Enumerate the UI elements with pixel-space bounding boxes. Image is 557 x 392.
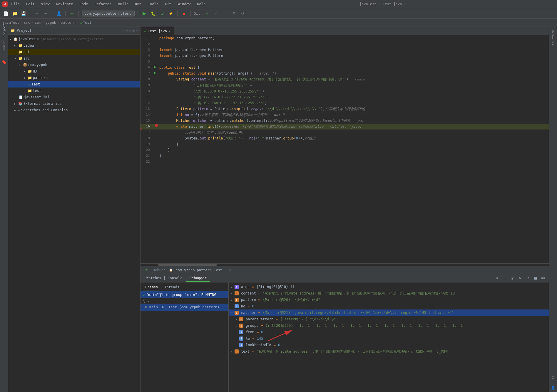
tree-item-scratches[interactable]: ▸ ✏ Scratches and Consoles <box>8 107 140 113</box>
debug-close-btn[interactable]: ✕ <box>226 267 233 273</box>
structure-label[interactable]: Structure <box>551 28 555 50</box>
tree-item-ext-lib[interactable]: ▸ 📚 External Libraries <box>8 100 140 107</box>
tree-item-idea[interactable]: ▸ 📁 .idea <box>8 42 140 49</box>
tree-item-hj[interactable]: ▸ 📁 HJ <box>8 68 140 75</box>
tree-item-out[interactable]: ▾ 📁 out <box>8 49 140 55</box>
tree-expand-test-folder[interactable]: ▸ <box>24 89 26 93</box>
debug-button[interactable]: 🐛 <box>150 10 157 17</box>
var-item-args[interactable]: ▸ a args = {String[0]@518} [] <box>229 284 549 290</box>
menu-edit[interactable]: Edit <box>25 1 36 7</box>
tree-expand-pattern[interactable]: ▾ <box>24 76 26 80</box>
editor-scrollbar-thumb[interactable] <box>158 264 217 266</box>
git-pull-btn[interactable]: ↑ <box>222 10 229 17</box>
stop-button[interactable]: ■ <box>180 10 188 17</box>
git-history-btn[interactable]: ⟲ <box>230 10 237 17</box>
structure-user-btn[interactable]: 👤 <box>550 384 556 391</box>
bc-com[interactable]: com <box>35 21 41 25</box>
toolbar-save-btn[interactable]: 💾 <box>20 10 27 17</box>
tree-expand-hj[interactable]: ▸ <box>24 70 26 73</box>
panel-collapse-icon[interactable]: ≡ <box>129 28 131 33</box>
structure-settings-btn[interactable]: ⚙ <box>550 374 556 381</box>
filter-dropdown[interactable]: ▾ <box>147 299 149 304</box>
editor-tab-test[interactable]: ☕ Test.java ✕ <box>140 27 174 35</box>
tree-item-src[interactable]: ▾ 📁 src <box>8 55 140 62</box>
panel-add-icon[interactable]: ⊕ <box>126 28 128 33</box>
code-editor[interactable]: 1 package com.yzpnb.pattern; 2 3 <box>140 35 549 263</box>
sidebar-commit-icon[interactable]: Commit <box>1 43 7 50</box>
toolbar-undo-btn[interactable]: ↩ <box>68 10 76 17</box>
menu-navigate[interactable]: Navigate <box>55 1 74 7</box>
tree-item-iml[interactable]: 📄 javaTest.iml <box>8 94 140 100</box>
var-item-no[interactable]: ▸ i no = 0 <box>229 303 549 309</box>
git-revert-btn[interactable]: ↺ <box>239 10 246 17</box>
var-item-parentpattern[interactable]: ▸ o parentPattern = {Pattern@520} "\d+\d… <box>229 316 549 322</box>
toolbar-forward-btn[interactable]: → <box>42 10 49 17</box>
var-item-groups[interactable]: ▸ o groups = {int[20]@539} [-1, -1, -1, … <box>229 322 549 329</box>
debug-btn-settings[interactable]: ≡≡ <box>540 275 546 282</box>
var-item-text[interactable]: ▸ o text = "私有地址（Private address），专门为组织机… <box>229 348 549 355</box>
toolbar-open-btn[interactable]: 📁 <box>11 10 18 17</box>
tree-item-comyzpnb[interactable]: ▾ 📦 com.yzpnb <box>8 62 140 68</box>
tree-item-javatest[interactable]: ▾ 📋 javaTest D:\biancheng\IdeaProjects\j… <box>8 36 140 42</box>
editor-scrollbar[interactable] <box>140 263 549 266</box>
tree-expand-src[interactable]: ▾ <box>14 57 16 60</box>
bc-pattern[interactable]: pattern <box>61 21 76 25</box>
panel-close-icon[interactable]: — <box>136 28 138 33</box>
filter-icon[interactable]: ⊽ <box>143 299 146 304</box>
menu-build[interactable]: Build <box>117 1 130 7</box>
frame-item-main16[interactable]: ⏸ main:16, Test (com.yzpnb.pattern) <box>140 304 228 311</box>
tree-item-test-java[interactable]: ☕ Test <box>8 81 140 88</box>
debug-restart-btn[interactable]: ⟳ <box>143 267 149 273</box>
tree-expand-out[interactable]: ▾ <box>14 50 16 54</box>
toolbar-new-btn[interactable]: 📄 <box>2 10 9 17</box>
debug-tab-debugger[interactable]: Debugger <box>186 275 210 282</box>
frames-tab-frames[interactable]: Frames <box>143 285 160 290</box>
debug-btn-evaluate[interactable]: ⊞ <box>532 275 539 282</box>
var-item-content[interactable]: ▸ o content = "私有地址（Private address）属于非注… <box>229 290 549 297</box>
bc-yzpnb[interactable]: yzpnb <box>46 21 56 25</box>
git-push-btn[interactable]: ✓ <box>213 10 220 17</box>
thread-item-main[interactable]: ✓ "main"@1 in group "main": RUNNING <box>140 291 228 298</box>
panel-settings-icon[interactable]: ⚙ <box>133 28 135 33</box>
tree-expand-idea[interactable]: ▸ <box>14 44 16 48</box>
frames-tab-threads[interactable]: Threads <box>162 285 182 290</box>
debug-vars[interactable]: ▸ a args = {String[0]@518} [] ▸ o conten… <box>229 282 549 392</box>
debug-btn-step-out[interactable]: ↖ <box>517 275 523 282</box>
toolbar-find-btn[interactable]: 👤 <box>55 10 62 17</box>
debug-btn-resume[interactable]: ≡ <box>494 275 501 282</box>
menu-run[interactable]: Run <box>134 1 143 7</box>
tree-expand-comyzpnb[interactable]: ▾ <box>19 63 21 67</box>
var-expand-parentpattern[interactable]: ▸ <box>236 318 237 321</box>
tree-item-test-folder[interactable]: ▸ 📁 test <box>8 88 140 94</box>
tab-close-btn[interactable]: ✕ <box>169 30 170 33</box>
menu-refactor[interactable]: Refactor <box>93 1 113 7</box>
menu-git[interactable]: Git <box>164 1 173 7</box>
var-item-to[interactable]: ▸ i to = 145 <box>229 335 549 342</box>
tree-expand-ext-lib[interactable]: ▸ <box>14 102 16 106</box>
var-expand-matcher[interactable]: ▾ <box>231 311 233 314</box>
gutter-6[interactable]: ▶ <box>152 65 158 69</box>
panel-dropdown[interactable]: ▾ <box>122 28 124 32</box>
run-button[interactable]: ▶ <box>141 10 148 17</box>
tree-expand-javatest[interactable]: ▾ <box>9 37 11 41</box>
toolbar-back-btn[interactable]: ← <box>33 10 40 17</box>
tree-expand-scratches[interactable]: ▸ <box>14 108 16 112</box>
var-expand-groups[interactable]: ▸ <box>236 324 237 327</box>
bc-src[interactable]: src <box>24 21 30 25</box>
tree-item-pattern[interactable]: ▾ 📁 pattern <box>8 75 140 81</box>
debug-btn-step-over[interactable]: ↓ <box>502 275 508 282</box>
debug-btn-step-into[interactable]: ↙ <box>509 275 516 282</box>
git-check-btn[interactable]: ✓ <box>204 10 211 17</box>
menu-tools[interactable]: Tools <box>147 1 160 7</box>
menu-code[interactable]: Code <box>78 1 89 7</box>
menu-window[interactable]: Window <box>177 1 192 7</box>
debug-btn-run-to-cursor[interactable]: ↗ <box>525 275 531 282</box>
gutter-7[interactable]: ▶ <box>152 70 158 75</box>
profile-button[interactable]: ⚡ <box>167 10 174 17</box>
var-expand-content[interactable]: ▸ <box>231 292 233 295</box>
var-item-lookbehindto[interactable]: ▸ i lookbehindTo = 0 <box>229 342 549 348</box>
menu-view[interactable]: View <box>40 1 51 7</box>
var-expand-text[interactable]: ▸ <box>231 350 233 353</box>
debug-tab-watches[interactable]: Watches | Console <box>143 275 186 282</box>
run-config-selector[interactable]: com.yzpnb.pattern.Test <box>82 11 135 16</box>
